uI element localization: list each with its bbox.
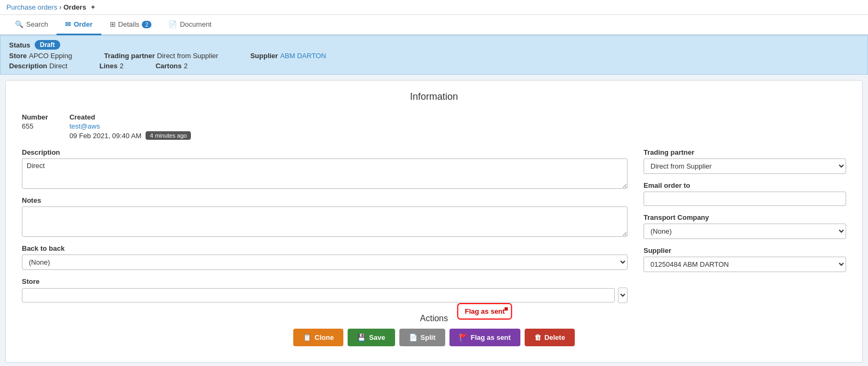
lines-meta-value: 2 <box>119 62 123 70</box>
breadcrumb: Purchase orders › Orders ✦ <box>0 0 868 15</box>
info-header: Number 655 Created test@aws 09 Feb 2021,… <box>22 113 846 140</box>
actions-buttons: 📋 Clone 💾 Save 📄 Split 🚩 Flag as sent Fl… <box>22 329 846 346</box>
breadcrumb-parent[interactable]: Purchase orders <box>6 3 57 11</box>
store-label: Store <box>22 277 628 285</box>
flag-icon: 🚩 <box>459 333 468 341</box>
details-badge: 2 <box>142 21 151 28</box>
status-badge: Draft <box>35 40 60 50</box>
form-left: Description Direct Notes Back to back (N… <box>22 148 628 303</box>
supplier-select[interactable]: 01250484 ABM DARTON <box>644 257 846 272</box>
store-input[interactable] <box>22 288 615 303</box>
tab-details[interactable]: ⊞ Details 2 <box>101 15 160 35</box>
supplier-label: Supplier <box>644 246 846 254</box>
time-ago-badge: 4 minutes ago <box>146 131 191 140</box>
number-label: Number <box>22 113 48 121</box>
trading-partner-meta-value: Direct from Supplier <box>157 52 219 60</box>
notes-group: Notes <box>22 196 628 237</box>
form-layout: Description Direct Notes Back to back (N… <box>22 148 846 303</box>
lines-meta-label: Lines <box>99 62 117 70</box>
clone-button[interactable]: 📋 Clone <box>293 329 343 346</box>
transport-company-label: Transport Company <box>644 213 846 221</box>
tab-document-label: Document <box>180 20 211 28</box>
tab-search[interactable]: 🔍 Search <box>6 15 57 35</box>
timestamp-row: 09 Feb 2021, 09:40 AM 4 minutes ago <box>69 131 191 140</box>
delete-icon: 🗑 <box>534 333 541 341</box>
store-meta-label: Store <box>9 52 27 60</box>
store-input-wrapper <box>22 288 628 303</box>
tab-order-label: Order <box>74 20 92 28</box>
status-bar: Status Draft Store APCO Epping Trading p… <box>0 35 868 75</box>
email-order-label: Email order to <box>644 181 846 189</box>
trading-partner-group: Trading partner Direct from Supplier <box>644 148 846 174</box>
created-col: Created test@aws 09 Feb 2021, 09:40 AM 4… <box>69 113 191 140</box>
delete-button[interactable]: 🗑 Delete <box>525 329 575 346</box>
created-date: 09 Feb 2021, 09:40 AM <box>69 132 141 140</box>
flag-label: Flag as sent <box>471 333 511 341</box>
trading-partner-label: Trading partner <box>644 148 846 156</box>
split-label: Split <box>421 333 436 341</box>
number-col: Number 655 <box>22 113 48 140</box>
description-textarea[interactable]: Direct <box>22 158 628 189</box>
supplier-meta-value: ABM DARTON <box>280 52 326 60</box>
description-group: Description Direct <box>22 148 628 189</box>
trading-partner-meta-label: Trading partner <box>104 52 155 60</box>
search-icon: 🔍 <box>15 20 23 28</box>
breadcrumb-separator: › <box>59 3 61 11</box>
section-title: Information <box>22 91 846 102</box>
store-meta-value: APCO Epping <box>29 52 72 60</box>
cartons-meta: Cartons 2 <box>156 62 188 70</box>
description-meta-value: Direct <box>50 62 68 70</box>
save-label: Save <box>369 333 385 341</box>
clone-icon: 📋 <box>303 333 311 341</box>
notes-label: Notes <box>22 196 628 204</box>
trading-partner-select[interactable]: Direct from Supplier <box>644 158 846 174</box>
status-label: Status <box>9 41 30 49</box>
document-icon: 📄 <box>168 20 177 28</box>
transport-company-group: Transport Company (None) <box>644 213 846 239</box>
split-button[interactable]: 📄 Split <box>399 329 445 346</box>
cartons-meta-value: 2 <box>184 62 188 70</box>
back-to-back-select[interactable]: (None) <box>22 254 628 270</box>
supplier-meta: Supplier ABM DARTON <box>250 52 326 60</box>
cartons-meta-label: Cartons <box>156 62 182 70</box>
notes-textarea[interactable] <box>22 206 628 237</box>
created-by-link[interactable]: test@aws <box>69 122 100 130</box>
store-select[interactable] <box>618 288 628 303</box>
tab-document[interactable]: 📄 Document <box>160 15 220 35</box>
order-icon: ✉ <box>65 20 71 28</box>
lines-meta: Lines 2 <box>99 62 123 70</box>
created-label: Created <box>69 113 191 121</box>
delete-label: Delete <box>544 333 565 341</box>
actions-title: Actions <box>22 314 846 323</box>
pin-icon: ✦ <box>90 3 96 11</box>
form-right: Trading partner Direct from Supplier Ema… <box>644 148 846 303</box>
back-to-back-label: Back to back <box>22 244 628 252</box>
clone-label: Clone <box>315 333 334 341</box>
email-order-group: Email order to No emailpopulated <box>644 181 846 206</box>
actions-section: Actions 📋 Clone 💾 Save 📄 Split 🚩 Flag as… <box>22 314 846 346</box>
description-meta: Description Direct <box>9 62 67 70</box>
transport-company-select[interactable]: (None) <box>644 224 846 239</box>
split-icon: 📄 <box>409 333 417 341</box>
store-meta: Store APCO Epping <box>9 52 72 60</box>
description-label: Description <box>22 148 628 156</box>
email-annotation-wrapper: No emailpopulated <box>644 192 846 206</box>
description-meta-label: Description <box>9 62 47 70</box>
tab-search-label: Search <box>26 20 48 28</box>
trading-partner-meta: Trading partner Direct from Supplier <box>104 52 218 60</box>
tab-bar: 🔍 Search ✉ Order ⊞ Details 2 📄 Document <box>0 15 868 35</box>
details-icon: ⊞ <box>110 20 116 28</box>
supplier-group: Supplier 01250484 ABM DARTON <box>644 246 846 272</box>
tab-details-label: Details <box>118 20 140 28</box>
flag-as-sent-button[interactable]: 🚩 Flag as sent Flag as sent <box>449 329 520 346</box>
number-value: 655 <box>22 122 48 130</box>
save-button[interactable]: 💾 Save <box>348 329 395 346</box>
breadcrumb-current: Orders <box>63 3 86 11</box>
tab-order[interactable]: ✉ Order <box>57 15 101 35</box>
email-order-input[interactable] <box>644 192 846 206</box>
save-icon: 💾 <box>357 333 366 341</box>
main-card: Information Number 655 Created test@aws … <box>5 80 863 363</box>
back-to-back-group: Back to back (None) <box>22 244 628 270</box>
supplier-meta-label: Supplier <box>250 52 278 60</box>
store-group: Store <box>22 277 628 303</box>
